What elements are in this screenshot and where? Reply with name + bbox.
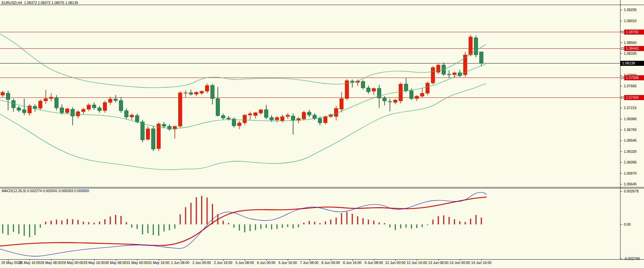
price-tick-label: 1.06320	[624, 149, 637, 154]
time-tick-label: 30 May 08:00	[105, 261, 126, 265]
candle-body	[55, 98, 58, 108]
candle-body	[243, 115, 247, 123]
price-tick-label: 1.08335	[624, 51, 637, 56]
level-price-tag[interactable]: 1.07838	[624, 75, 644, 80]
time-tick-label: 14 Jun 00:00	[450, 261, 470, 265]
candle-body	[291, 116, 295, 121]
candle-body	[399, 84, 403, 101]
time-tick-label: 14 Jun 16:00	[471, 261, 492, 265]
level-price-tag[interactable]: 1.08782	[624, 30, 644, 35]
candle-body	[270, 118, 274, 120]
candle-body	[404, 84, 408, 91]
candle-body	[367, 88, 370, 92]
candle-body	[141, 122, 145, 140]
current-price-tag[interactable]: 1.08139	[620, 61, 644, 66]
level-anchor-square[interactable]	[621, 96, 623, 99]
time-tick-label: 25 May 16:00	[19, 261, 40, 265]
candle-body	[318, 119, 322, 123]
candle-body	[211, 85, 214, 98]
time-tick-label: 8 Jun 00:00	[322, 261, 340, 265]
candle-body	[410, 91, 413, 98]
level-anchor-square[interactable]	[621, 47, 623, 50]
candle-body	[33, 106, 37, 108]
candle-body	[44, 99, 48, 101]
candle-body	[394, 100, 397, 102]
candle-body	[87, 105, 91, 109]
candle-body	[119, 100, 123, 110]
candle-body	[227, 118, 231, 119]
candle-body	[200, 91, 204, 93]
candle-body	[146, 129, 150, 139]
price-tick-label: 1.09010	[624, 19, 637, 23]
candle-body	[1, 92, 5, 95]
candle-body	[259, 110, 263, 113]
candle-body	[28, 106, 32, 113]
macd-tick-label: 0.00	[624, 222, 631, 227]
time-tick-label: 13 Jun 08:00	[428, 261, 449, 265]
price-tick-label: 1.07215	[624, 106, 637, 110]
candle-body	[205, 85, 209, 91]
candle-body	[431, 68, 435, 83]
price-tick-label: 1.08560	[624, 41, 637, 45]
candle-body	[254, 113, 257, 116]
candle-body	[114, 99, 118, 100]
time-tick-label: 5 Jun 08:00	[236, 261, 254, 265]
candle-body	[6, 93, 10, 100]
candle-body	[103, 102, 107, 111]
candle-body	[469, 37, 473, 55]
candle-body	[216, 99, 220, 116]
level-price-tag[interactable]: 1.07434	[624, 95, 644, 100]
level-anchor-square[interactable]	[621, 31, 623, 33]
price-tick-label: 1.06990	[624, 117, 637, 121]
price-tick-label: 1.06095	[624, 160, 637, 165]
candle-body	[437, 65, 440, 73]
candle-body	[372, 88, 376, 91]
candle-body	[275, 118, 279, 120]
candle-body	[388, 101, 392, 102]
time-tick-label: 7 Jun 08:00	[300, 261, 319, 265]
candle-body	[135, 116, 139, 122]
candle-body	[340, 99, 344, 109]
time-tick-label: 2 Jun 00:00	[193, 261, 211, 265]
candle-body	[324, 117, 327, 123]
candle-body	[157, 124, 161, 149]
time-tick-label: 12 Jun 16:00	[407, 261, 427, 265]
candle-body	[17, 108, 21, 110]
candle-body	[453, 73, 456, 75]
time-tick-label: 2 Jun 16:00	[214, 261, 233, 265]
level-price-tag[interactable]: 1.08443	[624, 46, 644, 51]
candle-body	[82, 109, 85, 111]
price-tick-label: 1.06765	[624, 128, 637, 132]
time-tick-label: 9 Jun 08:00	[365, 261, 383, 265]
candle-body	[351, 81, 354, 82]
candle-body	[302, 112, 306, 119]
time-tick-label: 1 Jun 08:00	[171, 261, 190, 265]
candle-body	[92, 105, 96, 108]
bollinger-upper-band	[0, 34, 486, 88]
price-tick-label: 1.09235	[624, 8, 637, 12]
candle-body	[12, 100, 15, 108]
candle-body	[281, 117, 284, 121]
time-tick-label: 6 Jun 16:00	[279, 261, 297, 265]
macd-tick-label: 0.002678	[624, 189, 639, 193]
candle-body	[313, 115, 317, 119]
candle-body	[76, 112, 80, 116]
candle-body	[130, 115, 134, 117]
candle-body	[248, 114, 252, 115]
level-anchor-square[interactable]	[621, 77, 623, 79]
price-tick-label: 1.06545	[624, 138, 637, 143]
candle-body	[383, 98, 387, 101]
time-tick-label: 29 May 00:00	[62, 261, 83, 265]
time-tick-label: 6 Jun 00:00	[257, 261, 276, 265]
chart-canvas[interactable]	[0, 0, 644, 268]
time-tick-label: 12 Jun 00:00	[385, 261, 406, 265]
candle-body	[39, 101, 42, 108]
macd-indicator-label: MACD(12,26,9) 0.002274 0.002041 0.000303…	[2, 189, 89, 193]
price-tick-label: 1.07665	[624, 84, 637, 88]
price-tick-label: 1.05645	[624, 182, 637, 186]
candle-body	[71, 109, 75, 116]
time-tick-label: 31 May 16:00	[148, 261, 169, 265]
candle-body	[195, 92, 198, 94]
time-tick-label: 26 May 08:00	[40, 261, 62, 265]
candle-body	[265, 110, 268, 118]
